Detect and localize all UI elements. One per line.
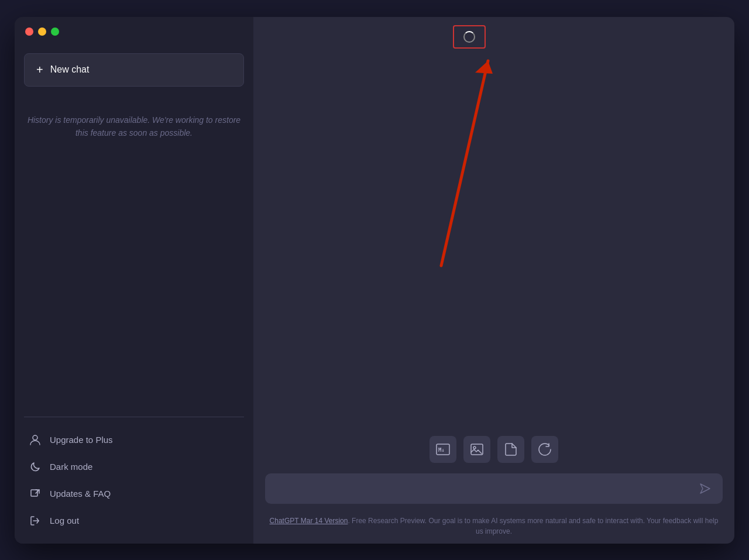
new-chat-label: New chat <box>50 64 90 75</box>
sidebar-spacer <box>15 157 253 416</box>
chat-area <box>253 50 734 436</box>
markdown-button[interactable]: M↓ <box>430 436 456 463</box>
main-header <box>253 17 734 50</box>
traffic-lights <box>25 28 59 36</box>
person-icon <box>29 434 42 446</box>
footer-text: ChatGPT Mar 14 Version. Free Research Pr… <box>253 511 734 544</box>
logout-icon <box>29 514 42 527</box>
input-toolbar: M↓ <box>253 436 734 463</box>
sidebar-item-upgrade[interactable]: Upgrade to Plus <box>19 427 249 454</box>
darkmode-label: Dark mode <box>50 462 92 472</box>
minimize-button[interactable] <box>38 28 46 36</box>
upgrade-label: Upgrade to Plus <box>50 435 113 445</box>
sidebar-item-darkmode[interactable]: Dark mode <box>19 454 249 480</box>
plus-icon: + <box>36 63 43 77</box>
external-link-icon <box>29 487 42 500</box>
main-content: M↓ <box>253 17 734 544</box>
svg-point-0 <box>33 435 37 440</box>
image-button[interactable] <box>463 436 490 463</box>
bottom-area <box>253 469 734 511</box>
sidebar-item-logout[interactable]: Log out <box>19 507 249 534</box>
file-button[interactable] <box>497 436 524 463</box>
input-area[interactable] <box>265 473 723 504</box>
refresh-button[interactable] <box>531 436 558 463</box>
sidebar: + New chat History is temporarily unavai… <box>15 17 253 544</box>
sidebar-bottom: Upgrade to Plus Dark mode <box>15 422 253 544</box>
close-button[interactable] <box>25 28 33 36</box>
sidebar-item-updates[interactable]: Updates & FAQ <box>19 480 249 507</box>
moon-icon <box>29 461 42 473</box>
loading-indicator-box <box>453 25 486 49</box>
svg-point-7 <box>473 446 476 449</box>
new-chat-button[interactable]: + New chat <box>24 53 244 87</box>
logout-label: Log out <box>50 516 79 525</box>
message-input[interactable] <box>274 483 697 494</box>
svg-text:M↓: M↓ <box>438 447 445 453</box>
footer-description: . Free Research Preview. Our goal is to … <box>348 517 718 535</box>
maximize-button[interactable] <box>51 28 59 36</box>
sidebar-divider <box>24 417 244 417</box>
updates-label: Updates & FAQ <box>50 489 111 499</box>
app-window: + New chat History is temporarily unavai… <box>15 17 734 544</box>
history-unavailable-message: History is temporarily unavailable. We'r… <box>15 96 253 157</box>
loading-spinner <box>463 31 475 43</box>
send-button[interactable] <box>697 480 713 497</box>
footer-link[interactable]: ChatGPT Mar 14 Version <box>270 517 348 525</box>
